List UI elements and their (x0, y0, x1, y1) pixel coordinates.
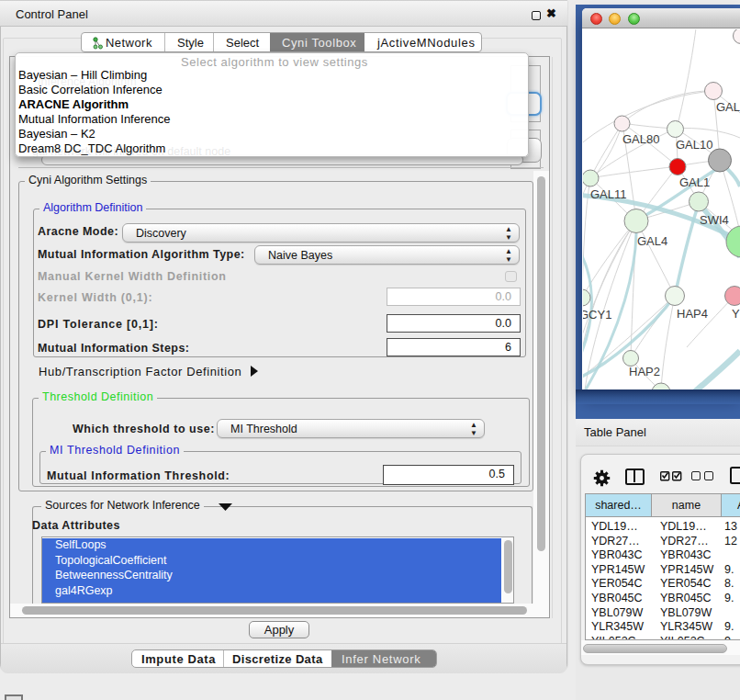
svg-text:GAL10: GAL10 (676, 138, 712, 152)
svg-text:GCY1: GCY1 (583, 308, 611, 322)
svg-text:Y: Y (732, 307, 740, 321)
svg-text:HAP4: HAP4 (677, 307, 708, 321)
svg-text:GAL1: GAL1 (679, 175, 710, 189)
svg-text:GAL4: GAL4 (637, 234, 667, 248)
svg-text:GAL7: GAL7 (716, 100, 740, 114)
svg-text:GAL11: GAL11 (590, 187, 627, 201)
svg-text:HAP2: HAP2 (629, 365, 660, 378)
svg-text:SWI4: SWI4 (700, 213, 729, 227)
svg-text:GAL80: GAL80 (622, 132, 659, 146)
